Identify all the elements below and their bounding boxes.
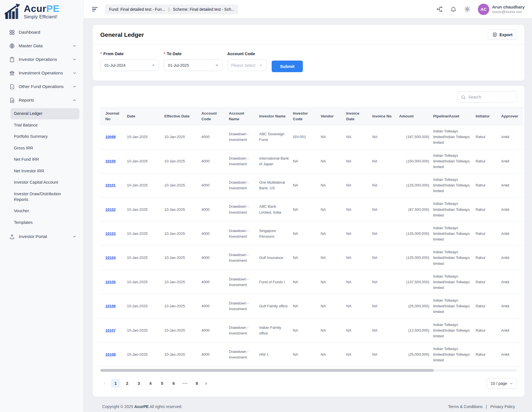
cell-amount: (12,500,000)	[399, 318, 433, 342]
sidebar: AcurPE Simply Efficient! Dashboard Maste…	[0, 0, 84, 412]
pagination-page-1[interactable]: 1	[111, 379, 120, 388]
clipboard-icon	[9, 57, 15, 63]
pagination-page-5[interactable]: 5	[158, 379, 167, 388]
horizontal-scrollbar-thumb[interactable]	[100, 369, 434, 372]
cell-pipeline_asset: Indian Tollways limited/Indian Tollways …	[433, 318, 476, 342]
chevron-down-icon	[510, 382, 513, 385]
footer-brand: AcurPE	[134, 404, 149, 409]
search-input[interactable]	[458, 95, 517, 99]
pagination-next-button[interactable]	[201, 379, 210, 388]
main-area: Fund: Final detailed test - Fun... | Sch…	[84, 0, 532, 412]
sidebar-item-other-fund-operations[interactable]: Other Fund Operations	[0, 80, 83, 93]
column-header-account-code: Account Code	[201, 108, 229, 125]
cell-amount: (25,000,000)	[399, 342, 433, 366]
sidebar-item-investment-operations[interactable]: Investment Operations	[0, 66, 83, 80]
cell-date: 10-Jan-2025	[127, 270, 164, 294]
copyright-text: Copyright © 2025 AcurPE All rights reser…	[102, 404, 182, 409]
sidebar-item-reports[interactable]: Reports	[0, 93, 83, 107]
pagination-prev-button[interactable]	[100, 379, 109, 388]
account-code-placeholder: Please Select	[231, 63, 256, 68]
from-date-picker[interactable]	[100, 59, 159, 71]
cell-vendor: NA	[321, 149, 346, 173]
pagination-page-2[interactable]: 2	[123, 379, 132, 388]
sidebar-item-trial-balance[interactable]: Trial Balance	[10, 120, 79, 131]
sidebar-item-investor-draw-distribution-reports[interactable]: Investor Draw/Distribution Reports	[10, 188, 79, 205]
horizontal-scrollbar-track[interactable]	[100, 369, 517, 372]
sidebar-item-investor-capital-account[interactable]: Investor Capital Account	[10, 177, 79, 188]
sidebar-item-investor-portal[interactable]: Investor Portal	[0, 230, 83, 243]
from-date-clear-icon[interactable]	[152, 63, 155, 67]
pagination-page-6[interactable]: 6	[169, 379, 178, 388]
pagination-page-8[interactable]: 8	[192, 379, 201, 388]
dashboard-icon	[9, 29, 15, 35]
journal-link[interactable]: 10103	[105, 231, 116, 236]
reports-submenu: General LedgerTrial BalancePortfolio Sum…	[10, 108, 79, 228]
settings-gear-icon[interactable]	[464, 6, 471, 12]
app-root: AcurPE Simply Efficient! Dashboard Maste…	[0, 0, 532, 412]
journal-link[interactable]: 10108	[105, 352, 116, 357]
sidebar-item-portfolio-summary[interactable]: Portfolio Summary	[10, 131, 79, 142]
sidebar-item-gross-irr[interactable]: Gross IRR	[10, 143, 79, 154]
cell-pipeline_asset: Indian Tollways limited/Indian Tollways …	[433, 149, 476, 173]
sidebar-item-investor-operations[interactable]: Investor Operations	[0, 53, 83, 66]
cell-investor_code: NA	[293, 318, 321, 342]
export-button[interactable]: Export	[488, 30, 517, 40]
fund-scheme-selector[interactable]: Fund: Final detailed test - Fun... | Sch…	[105, 5, 238, 14]
journal-link[interactable]: 10099	[105, 135, 116, 139]
submit-button[interactable]: Submit	[272, 61, 303, 72]
pagination-page-4[interactable]: 4	[146, 379, 155, 388]
page-size-select[interactable]: 10 / page	[487, 378, 517, 389]
user-email: xxxxx@xxxxx.xxx	[492, 10, 525, 14]
ledger-table: Journal NoDateEffective DateAccount Code…	[100, 107, 523, 367]
sidebar-item-master-data[interactable]: Master Data	[0, 39, 83, 53]
sidebar-item-general-ledger[interactable]: General Ledger	[10, 108, 79, 119]
user-menu[interactable]: AC Arun chaudhary xxxxx@xxxxx.xxx	[478, 4, 525, 15]
journal-link[interactable]: 10105	[105, 280, 116, 284]
sidebar-collapse-button[interactable]	[91, 6, 99, 12]
table-row: 1009910-Jan-202510-Jan-20254000Drawdown …	[100, 125, 523, 149]
upload-icon	[9, 234, 15, 240]
from-date-input[interactable]	[101, 63, 146, 68]
sidebar-item-net-investor-irr[interactable]: Net Investor IRR	[10, 166, 79, 177]
table-row: 1010610-Jan-202510-Jan-20254000Drawdown …	[100, 294, 523, 318]
sidebar-item-dashboard[interactable]: Dashboard	[0, 25, 83, 39]
to-date-group: *To Date	[164, 52, 222, 71]
notifications-bell-icon[interactable]	[450, 6, 457, 12]
to-date-input[interactable]	[164, 63, 209, 68]
journal-link[interactable]: 10107	[105, 328, 116, 332]
sidebar-item-net-fund-irr[interactable]: Net Fund IRR	[10, 154, 79, 165]
from-date-label: *From Date	[100, 52, 159, 56]
journal-link[interactable]: 10102	[105, 207, 116, 212]
journal-link[interactable]: 10101	[105, 183, 116, 187]
workflow-icon[interactable]	[436, 6, 443, 12]
cell-journal_no: 10108	[100, 342, 127, 366]
privacy-link[interactable]: Privacy Policy	[490, 404, 515, 409]
sidebar-item-templates[interactable]: Templates	[10, 217, 79, 228]
cell-investor_name: International Bank of Japan	[259, 149, 293, 173]
pagination-page-3[interactable]: 3	[134, 379, 143, 388]
sidebar-item-voucher[interactable]: Voucher	[10, 205, 79, 217]
chevron-down-icon	[73, 71, 76, 75]
account-code-select[interactable]: Please Select	[227, 59, 267, 71]
column-header-vendor: Vendor	[321, 108, 346, 125]
cell-invoice_date: NA	[346, 342, 372, 366]
pagination-ellipsis[interactable]: •••	[181, 379, 190, 388]
to-date-picker[interactable]	[164, 59, 222, 71]
cell-investor_name: HNI 1	[259, 342, 293, 366]
cell-vendor: NA	[321, 318, 346, 342]
cell-invoice_date: NA	[346, 173, 372, 197]
account-code-group: Account Code Please Select	[227, 52, 267, 71]
cell-date: 10-Jan-2025	[127, 149, 164, 173]
cell-investor_code: NA	[293, 246, 321, 270]
journal-link[interactable]: 10104	[105, 256, 116, 260]
cell-initiator: Rahul	[476, 149, 501, 173]
journal-link[interactable]: 10100	[105, 159, 116, 163]
terms-link[interactable]: Terms & Conditions	[448, 404, 482, 409]
from-date-group: *From Date	[100, 52, 159, 71]
to-date-clear-icon[interactable]	[215, 63, 219, 67]
cell-date: 10-Jan-2025	[127, 294, 164, 318]
chevron-down-icon	[73, 235, 76, 239]
journal-link[interactable]: 10106	[105, 304, 116, 308]
cell-investor_code: NA	[293, 198, 321, 222]
table-search	[457, 91, 517, 103]
